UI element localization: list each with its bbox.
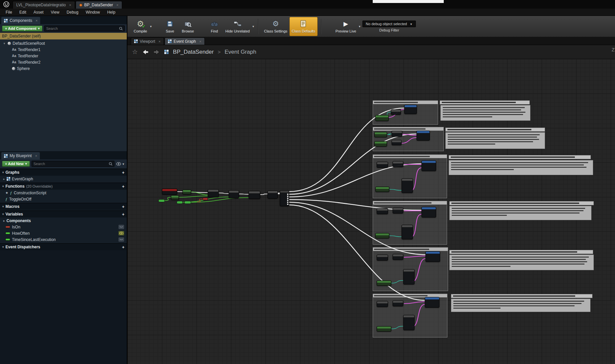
comment-text-block[interactable] (440, 105, 530, 121)
tree-item-defaultsceneroot[interactable]: ▾ DefaultSceneRoot (0, 40, 127, 46)
close-icon[interactable]: × (69, 3, 71, 7)
expander-icon[interactable]: ▾ (3, 42, 6, 45)
graph-node[interactable] (393, 208, 403, 213)
add-new-button[interactable]: + Add New ▾ (2, 161, 30, 167)
expander-icon[interactable]: ▸ (3, 177, 5, 181)
variable-pill-node[interactable] (202, 198, 208, 200)
list-item-toggleonoff[interactable]: ƒ ToggleOnOff (0, 196, 127, 202)
graph-node[interactable] (402, 178, 413, 193)
collapse-icon[interactable]: ▾ (2, 171, 4, 174)
breadcrumb-asset[interactable]: BP_DataSender (173, 49, 214, 55)
section-graphs[interactable]: ▾ Graphs + (0, 169, 127, 176)
visibility-filter-button[interactable]: ▾ (116, 162, 125, 166)
section-functions[interactable]: ▾ Functions (20 Overridable) + (0, 183, 127, 190)
tree-item-sphere[interactable]: Sphere (0, 65, 127, 72)
graph-node[interactable] (229, 190, 239, 198)
variable-row-timesincelastexecution[interactable]: TimeSinceLastExecution (0, 236, 127, 243)
tree-item-textrender2[interactable]: Aa TextRender2 (0, 59, 127, 65)
tree-item-textrender1[interactable]: Aa TextRender1 (0, 46, 127, 53)
browse-button[interactable]: Browse (179, 17, 197, 36)
add-component-button[interactable]: + Add Component ▾ (2, 26, 42, 31)
graph-node[interactable] (249, 191, 260, 199)
add-dispatcher-button[interactable]: + (122, 245, 124, 250)
graph-node[interactable] (402, 225, 413, 239)
tab-bp-datasender[interactable]: BP_DataSender × (76, 1, 122, 9)
comment-text-block[interactable] (449, 255, 594, 270)
menu-window[interactable]: Window (82, 9, 104, 15)
graph-node[interactable] (171, 195, 179, 200)
graph-node[interactable] (417, 131, 430, 141)
add-graph-button[interactable]: + (122, 170, 124, 175)
menu-view[interactable]: View (47, 9, 63, 15)
comment-group[interactable] (373, 127, 444, 151)
graph-node[interactable] (422, 207, 436, 217)
close-icon[interactable]: × (199, 39, 201, 43)
graph-node[interactable] (393, 300, 403, 306)
comment-title-bar[interactable] (445, 128, 545, 132)
comment-title-bar[interactable] (449, 201, 594, 205)
graph-node[interactable] (392, 131, 402, 137)
graph-node[interactable] (162, 189, 177, 195)
graph-node[interactable] (375, 233, 389, 238)
close-icon[interactable]: × (35, 154, 37, 158)
eye-closed-icon[interactable] (118, 237, 124, 242)
preview-live-button[interactable]: ▶ Preview Live (334, 17, 358, 36)
tab-my-blueprint[interactable]: My Blueprint × (1, 152, 40, 159)
variable-pill-node[interactable] (158, 199, 165, 202)
collapse-icon[interactable]: ▾ (2, 212, 4, 216)
graph-node[interactable] (377, 255, 388, 261)
save-button[interactable]: Save (161, 17, 179, 36)
graph-node[interactable] (183, 190, 191, 194)
graph-node[interactable] (377, 208, 388, 214)
list-item-eventgraph[interactable]: ▸ EventGraph (0, 176, 127, 182)
comment-text-block[interactable] (451, 299, 590, 312)
comment-text-block[interactable] (445, 132, 545, 149)
close-icon[interactable]: × (36, 19, 38, 23)
list-item-constructionscript[interactable]: ★ ƒ ConstructionScript (0, 190, 127, 196)
section-variables[interactable]: ▾ Variables + (0, 211, 127, 217)
tab-components[interactable]: Components × (1, 17, 40, 24)
graph-node[interactable] (375, 187, 389, 192)
graph-node[interactable] (422, 160, 436, 171)
comment-title-bar[interactable] (440, 100, 530, 104)
components-search-input[interactable] (46, 27, 119, 30)
my-blueprint-search-box[interactable] (32, 161, 115, 167)
tree-item-textrender[interactable]: Aa TextRender (0, 53, 127, 59)
comment-text-block[interactable] (449, 160, 593, 175)
tab-viewport[interactable]: Viewport × (131, 37, 164, 45)
graph-node[interactable] (377, 162, 388, 168)
variable-row-ison[interactable]: IsOn (0, 224, 127, 230)
graph-node[interactable] (403, 269, 415, 284)
hide-unrelated-button[interactable]: Hide Unrelated (223, 17, 252, 36)
collapse-icon[interactable]: ▾ (2, 205, 4, 208)
graph-node[interactable] (392, 140, 402, 145)
menu-edit[interactable]: Edit (16, 9, 30, 15)
tab-event-graph[interactable]: Event Graph × (165, 37, 205, 45)
compile-button[interactable]: ⚙ ✓ Compile (131, 17, 149, 36)
comment-text-block[interactable] (449, 206, 591, 220)
add-function-button[interactable]: + (122, 184, 124, 189)
graph-node[interactable] (403, 315, 415, 330)
tab-lvl-pixotopedataintegratio[interactable]: LVL_PixotopeDataIntegratio × (13, 1, 75, 9)
comment-title-bar[interactable] (451, 294, 592, 298)
components-search-box[interactable] (44, 26, 125, 31)
graph-node[interactable] (208, 189, 219, 197)
graph-node[interactable] (391, 109, 401, 115)
collapse-icon[interactable]: ▾ (2, 245, 4, 249)
add-variable-button[interactable]: + (122, 212, 124, 217)
menu-file[interactable]: File (2, 9, 16, 15)
graph-node[interactable] (425, 297, 439, 308)
class-defaults-button[interactable]: Class Defaults (289, 17, 318, 36)
variable-pill-node[interactable] (184, 201, 191, 204)
my-blueprint-search-input[interactable] (34, 162, 109, 166)
comment-title-bar[interactable] (449, 155, 591, 159)
collapse-icon[interactable]: ▾ (2, 185, 4, 188)
graph-node[interactable] (377, 280, 391, 286)
find-button[interactable]: Find (205, 17, 223, 36)
close-icon[interactable]: × (158, 39, 160, 43)
back-arrow-icon[interactable] (142, 49, 149, 55)
add-macro-button[interactable]: + (122, 204, 124, 209)
comment-title-bar[interactable] (449, 250, 593, 254)
graph-node[interactable] (393, 254, 403, 260)
eye-closed-icon[interactable] (118, 225, 124, 229)
